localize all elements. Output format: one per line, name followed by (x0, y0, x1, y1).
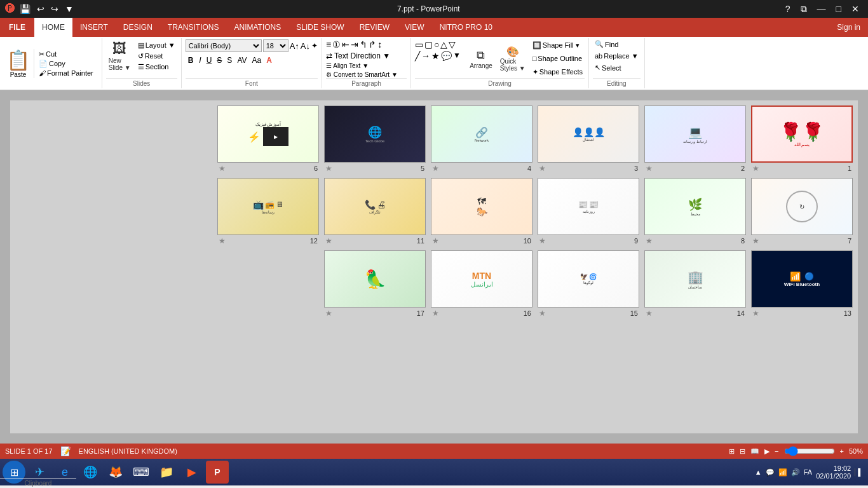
show-desktop-button[interactable]: ▌ (855, 468, 863, 476)
shadow-button[interactable]: S (225, 56, 234, 65)
copy-button[interactable]: 📄Copy (37, 59, 95, 69)
tab-slideshow[interactable]: SLIDE SHOW (288, 18, 351, 37)
taskbar-firefox[interactable]: 🦊 (104, 461, 127, 484)
notes-icon[interactable]: 📝 (60, 446, 71, 456)
decrease-font-size-button[interactable]: A↓ (301, 41, 310, 51)
slide-thumb-12[interactable]: 📺 📻 🖥 رسانه‌ها ★ 12 (217, 178, 319, 245)
italic-button[interactable]: I (197, 56, 203, 65)
tab-insert[interactable]: INSERT (72, 18, 116, 37)
underline-button[interactable]: U (205, 56, 214, 65)
layout-button[interactable]: ▤Layout ▼ (136, 41, 177, 50)
minimize-button[interactable]: — (813, 4, 830, 15)
convert-smartart-button[interactable]: ⚙ Convert to SmartArt ▼ (326, 71, 398, 78)
oval-shape[interactable]: ○ (434, 39, 439, 50)
increase-indent-button[interactable]: ⇥ (351, 39, 358, 50)
tab-nitro[interactable]: NITRO PRO 10 (432, 18, 500, 37)
normal-view-button[interactable]: ⊞ (729, 447, 735, 456)
undo-button[interactable]: ↩ (35, 4, 46, 14)
numbering-button[interactable]: ① (332, 39, 341, 50)
redo-button[interactable]: ↪ (49, 4, 60, 14)
slide-thumb-8[interactable]: 🌿 محیط ★ 8 (644, 178, 746, 245)
font-size-select[interactable]: 18 (263, 39, 288, 52)
maximize-button[interactable]: □ (832, 4, 845, 15)
shape-effects-button[interactable]: ✦Shape Effects (531, 67, 585, 77)
bold-button[interactable]: B (186, 55, 196, 65)
line-shape[interactable]: ╱ (415, 51, 420, 61)
align-text-button[interactable]: ☰ Align Text ▼ (326, 62, 369, 69)
save-button[interactable]: 💾 (18, 4, 32, 14)
system-tray-expand[interactable]: ▲ (755, 468, 762, 476)
paste-button[interactable]: 📋 Paste (6, 49, 34, 78)
font-color-button[interactable]: A (264, 56, 274, 65)
slide-thumb-1[interactable]: 🌹🌹 بسم الله ★ 1 (751, 105, 853, 173)
system-tray-icon2[interactable]: 📶 (778, 468, 787, 477)
zoom-out-button[interactable]: − (775, 447, 778, 455)
text-direction-button[interactable]: ⇄ Text Direction ▼ (326, 51, 390, 60)
slide-thumb-6[interactable]: آموزش فیزیک ⚡ ▶ ★ 6 (217, 105, 319, 173)
sign-in-button[interactable]: Sign in (829, 18, 868, 37)
taskbar-files[interactable]: 📁 (155, 461, 178, 484)
reading-view-button[interactable]: 📖 (750, 447, 759, 456)
shape-fill-button[interactable]: 🔲Shape Fill ▾ (531, 41, 585, 50)
rounded-rect-shape[interactable]: ▢ (424, 39, 433, 50)
shapes-expand[interactable]: ▼ (453, 51, 461, 61)
slide-sorter-button[interactable]: ⊟ (740, 447, 745, 456)
zoom-level[interactable]: 50% (849, 447, 863, 455)
system-tray-icon3[interactable]: 🔊 (791, 468, 800, 477)
decrease-indent-button[interactable]: ⇤ (342, 39, 349, 50)
slide-thumb-17[interactable]: 🦜 ★ 17 (324, 250, 426, 318)
slide-thumb-2[interactable]: 💻 ارتباط و رسانه ★ 2 (644, 105, 746, 173)
find-button[interactable]: 🔍Find (593, 39, 641, 49)
help-button[interactable]: ? (782, 4, 794, 15)
slide-thumb-11[interactable]: 📞 🖨 تلگراف ★ 11 (324, 178, 426, 245)
slide-thumb-10[interactable]: 🗺 🐎 ★ 10 (431, 178, 532, 245)
slide-thumb-5[interactable]: 🌐 Tech Globe ★ 5 (324, 105, 426, 173)
slide-thumb-16[interactable]: MTN ایرانسل ★ 16 (431, 250, 532, 318)
slide-thumb-15[interactable]: 🦅 🌀 لوگوها ★ 15 (538, 250, 639, 318)
restore-button[interactable]: ⧉ (797, 4, 811, 15)
rectangle-shape[interactable]: ▭ (415, 39, 423, 50)
slide-thumb-3[interactable]: 👤👤👤 اشتغال ★ 3 (538, 105, 639, 173)
zoom-slider[interactable] (784, 446, 835, 456)
tab-transitions[interactable]: TRANSITIONS (160, 18, 227, 37)
slide-show-button[interactable]: ▶ (764, 447, 770, 456)
tab-design[interactable]: DESIGN (116, 18, 160, 37)
line-spacing-button[interactable]: ↕ (377, 39, 382, 50)
ltr-button[interactable]: ↱ (369, 39, 376, 50)
slide-thumb-14[interactable]: 🏢 ساختمان ★ 14 (644, 250, 746, 318)
new-slide-button[interactable]: 🖼 NewSlide ▼ (106, 39, 133, 72)
tab-view[interactable]: VIEW (397, 18, 432, 37)
tab-animations[interactable]: ANIMATIONS (226, 18, 288, 37)
callout-shape[interactable]: 💬 (441, 51, 452, 61)
taskbar-media[interactable]: ▶ (180, 461, 203, 484)
customize-quick-access-button[interactable]: ▼ (63, 4, 76, 14)
slide-thumb-9[interactable]: 📰 📰 روزنامه ★ 9 (538, 178, 639, 245)
slide-thumb-13[interactable]: 📶 🔵 WiFi Bluetooth ★ 13 (751, 250, 853, 318)
clear-formatting-button[interactable]: ✦ (311, 41, 318, 50)
tab-review[interactable]: REVIEW (352, 18, 397, 37)
char-spacing-button[interactable]: AV (235, 56, 248, 65)
slide-thumb-7[interactable]: ↻ ★ 7 (751, 178, 853, 245)
shapes-more[interactable]: ▽ (449, 39, 456, 50)
shape-outline-button[interactable]: □Shape Outline (531, 54, 585, 63)
change-case-button[interactable]: Aa (250, 56, 264, 65)
tab-home[interactable]: HOME (34, 18, 72, 37)
replace-button[interactable]: abReplace ▼ (593, 51, 641, 60)
rtl-button[interactable]: ↰ (360, 39, 367, 50)
taskbar-browser[interactable]: 🌐 (79, 461, 102, 484)
slide-thumb-4[interactable]: 🔗 Network ★ 4 (431, 105, 532, 173)
arrange-button[interactable]: ⧉ Arrange (467, 48, 495, 71)
bullets-button[interactable]: ≡ (326, 39, 331, 50)
cut-button[interactable]: ✂Cut (37, 50, 95, 59)
select-button[interactable]: ↖Select (593, 63, 641, 72)
close-button[interactable]: ✕ (848, 4, 863, 15)
taskbar-keyboard[interactable]: ⌨ (130, 461, 153, 484)
arrow-shape[interactable]: → (421, 51, 430, 61)
increase-font-size-button[interactable]: A↑ (290, 41, 299, 51)
star-shape[interactable]: ★ (431, 51, 440, 61)
format-painter-button[interactable]: 🖌Format Painter (37, 69, 95, 78)
section-button[interactable]: ☰Section (136, 62, 177, 72)
zoom-in-button[interactable]: + (840, 447, 844, 455)
tab-file[interactable]: FILE (0, 18, 34, 37)
font-name-select[interactable]: Calibri (Body) (186, 39, 262, 52)
